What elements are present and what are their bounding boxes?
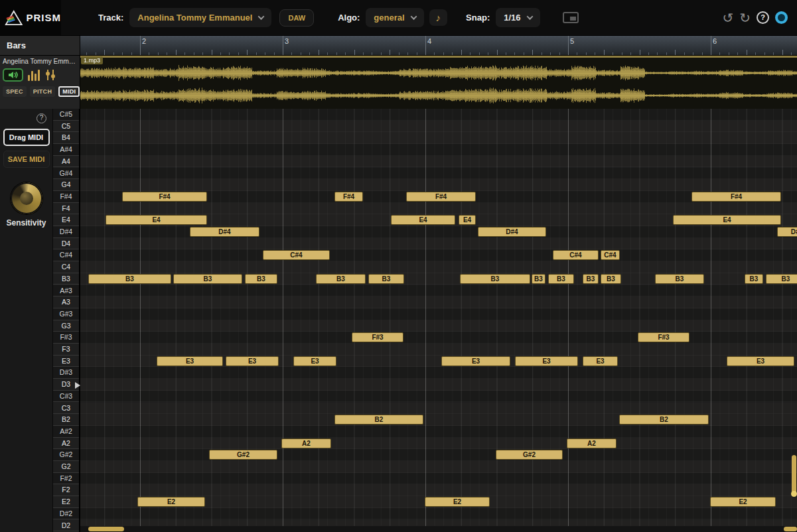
midi-note[interactable]: D#4 <box>777 227 797 237</box>
ruler-tick <box>666 52 667 55</box>
ruler-tick <box>176 50 177 55</box>
midi-note[interactable]: B3 <box>460 274 530 284</box>
snap-select[interactable]: 1/16 <box>496 8 540 27</box>
scroll-handle-dot[interactable] <box>791 491 797 497</box>
track-select[interactable]: Angelina Tommy Emmanuel <box>129 8 271 27</box>
midi-note[interactable]: E4 <box>106 215 207 225</box>
spec-chip[interactable]: SPEC <box>3 86 27 97</box>
midi-note[interactable]: D#4 <box>190 227 259 237</box>
vertical-scrollbar-thumb[interactable] <box>792 455 796 494</box>
midi-note[interactable]: B3 <box>548 274 574 284</box>
level-meter-icon[interactable] <box>28 69 40 81</box>
midi-note[interactable]: B3 <box>766 274 797 284</box>
status-circle-icon[interactable] <box>775 11 788 24</box>
pitch-chip[interactable]: PITCH <box>30 86 56 97</box>
midi-note[interactable]: F#4 <box>122 192 207 202</box>
key-label: C#5 <box>53 109 79 121</box>
ruler-tick <box>319 50 319 55</box>
music-note-icon[interactable]: ♪ <box>429 9 448 26</box>
sensitivity-knob[interactable] <box>11 182 42 214</box>
ruler-row: Bars 23456 <box>0 36 797 56</box>
midi-note[interactable]: E2 <box>137 497 205 507</box>
ruler-tick <box>194 52 194 55</box>
key-label: G#4 <box>53 168 79 180</box>
midi-note[interactable]: E3 <box>515 356 578 366</box>
midi-note[interactable]: F#4 <box>691 192 781 202</box>
help-icon[interactable]: ? <box>757 11 769 24</box>
key-label: D2 <box>53 520 79 532</box>
track-name[interactable]: Angelina Tommy Emma… <box>3 58 77 65</box>
ruler-tick <box>755 52 756 55</box>
midi-note[interactable]: E3 <box>293 356 336 366</box>
grid-row <box>80 156 797 168</box>
grid-row <box>80 379 797 391</box>
midi-note[interactable]: E3 <box>727 356 794 366</box>
midi-note[interactable]: B3 <box>745 274 763 284</box>
midi-note[interactable]: E4 <box>673 215 781 225</box>
ruler-tick <box>354 50 355 55</box>
timeline-ruler[interactable]: 23456 <box>80 36 797 56</box>
speaker-button[interactable] <box>3 68 23 82</box>
midi-note[interactable]: F#3 <box>352 332 403 342</box>
midi-note[interactable]: A2 <box>567 438 616 448</box>
drag-midi-button[interactable]: Drag MIDI <box>3 129 50 146</box>
midi-note[interactable]: B3 <box>655 274 704 284</box>
horizontal-scrollbar-thumb-right[interactable] <box>784 527 797 531</box>
midi-note[interactable]: F#4 <box>406 192 476 202</box>
midi-note[interactable]: C#4 <box>601 250 620 260</box>
sliders-icon[interactable] <box>44 69 56 81</box>
midi-note[interactable]: E4 <box>391 215 455 225</box>
midi-note[interactable]: G#2 <box>209 450 277 460</box>
midi-note[interactable]: E2 <box>710 497 776 507</box>
midi-note[interactable]: B3 <box>583 274 599 284</box>
midi-chip[interactable]: MIDI <box>58 86 80 97</box>
picture-in-picture-icon[interactable] <box>563 12 579 23</box>
midi-note[interactable]: C#4 <box>553 250 599 260</box>
redo-icon[interactable]: ↻ <box>739 11 751 25</box>
midi-note[interactable]: E3 <box>441 356 510 366</box>
piano-roll-grid[interactable]: F#4F#4F#4F#4E4E4E4E4D#4D#4D#4C#4C#4C#4B3… <box>80 109 797 532</box>
ruler-tick <box>390 50 390 55</box>
midi-note[interactable]: B3 <box>173 274 242 284</box>
key-label: A4 <box>53 156 79 168</box>
midi-note[interactable]: B3 <box>88 274 171 284</box>
midi-note[interactable]: C#4 <box>263 250 330 260</box>
sidebar-help-icon[interactable]: ? <box>36 113 46 123</box>
key-label: C5 <box>53 121 79 133</box>
midi-note[interactable]: E2 <box>425 497 490 507</box>
key-label: A2 <box>53 438 79 450</box>
ruler-tick <box>167 52 167 55</box>
midi-note[interactable]: E3 <box>157 356 223 366</box>
ruler-tick <box>488 52 488 55</box>
waveform-panel[interactable]: 1.mp3 <box>80 56 797 109</box>
midi-note[interactable]: E3 <box>226 356 279 366</box>
ruler-tick <box>702 52 703 55</box>
algo-select[interactable]: general <box>366 8 423 27</box>
midi-note[interactable]: F#3 <box>638 332 689 342</box>
midi-note[interactable]: B3 <box>368 274 404 284</box>
midi-note[interactable]: F#4 <box>334 192 363 202</box>
midi-note[interactable]: E3 <box>583 356 618 366</box>
midi-note[interactable]: B3 <box>601 274 621 284</box>
horizontal-scrollbar[interactable] <box>80 526 797 532</box>
midi-note[interactable]: D#4 <box>478 227 546 237</box>
midi-note[interactable]: B2 <box>334 415 423 425</box>
app-logo: PRISM <box>0 0 61 35</box>
midi-note[interactable]: B3 <box>245 274 277 284</box>
save-midi-button[interactable]: SAVE MIDI <box>3 151 50 168</box>
playhead-marker[interactable] <box>75 382 80 389</box>
midi-note[interactable]: B3 <box>316 274 366 284</box>
midi-note[interactable]: E4 <box>459 215 476 225</box>
midi-note[interactable]: B2 <box>619 415 709 425</box>
undo-icon[interactable]: ↺ <box>722 11 733 25</box>
daw-button[interactable]: DAW <box>279 9 314 27</box>
midi-note[interactable]: A2 <box>281 438 331 448</box>
ruler-tick <box>729 52 729 55</box>
key-label: G3 <box>53 320 79 332</box>
midi-note[interactable]: G#2 <box>496 450 563 460</box>
horizontal-scrollbar-thumb[interactable] <box>88 527 124 531</box>
midi-note[interactable]: B3 <box>532 274 545 284</box>
waveform-canvas[interactable] <box>80 56 797 109</box>
ruler-tick <box>256 52 257 55</box>
grid-row <box>80 461 797 473</box>
